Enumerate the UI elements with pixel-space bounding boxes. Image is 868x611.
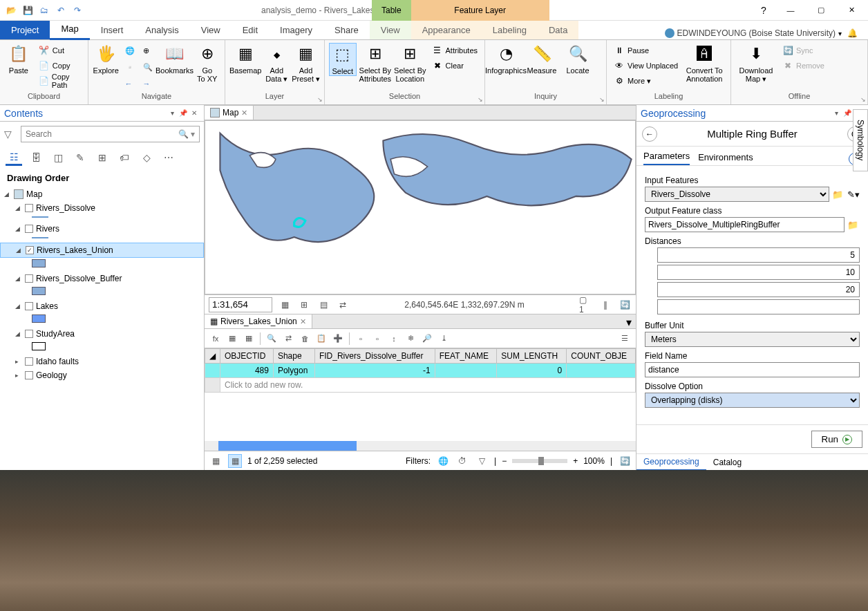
prev-extent-button[interactable]: ← xyxy=(122,76,138,91)
visibility-checkbox[interactable] xyxy=(25,204,33,212)
new-row[interactable]: Click to add new row. xyxy=(205,378,636,393)
distance-input[interactable] xyxy=(657,299,860,314)
expand-icon[interactable]: ◢ xyxy=(15,205,22,212)
basemap-button[interactable]: ▦Basemap xyxy=(229,43,261,75)
bookmarks-button[interactable]: 📖Bookmarks xyxy=(158,43,191,75)
tab-parameters[interactable]: Parameters xyxy=(643,151,690,165)
add-preset-button[interactable]: ▦Add Preset ▾ xyxy=(292,43,320,83)
locate-button[interactable]: 🔍Locate xyxy=(561,43,594,75)
distance-input[interactable] xyxy=(657,282,860,297)
show-all-icon[interactable]: ▦ xyxy=(209,454,223,468)
visibility-checkbox[interactable] xyxy=(25,225,33,233)
collapse-icon[interactable]: ◢ xyxy=(4,191,11,198)
toc-more-icon[interactable]: ⋯ xyxy=(160,149,177,166)
contents-pin-icon[interactable]: 📌 xyxy=(178,109,189,117)
toc-layer[interactable]: ◢ Lakes xyxy=(0,299,204,313)
gp-dropdown-icon[interactable]: ▾ xyxy=(831,109,842,117)
selection-chip-icon[interactable]: ▢ 1 xyxy=(579,298,593,312)
edit-input-icon[interactable]: ✎▾ xyxy=(847,189,860,200)
infographics-button[interactable]: ◔Infographics xyxy=(489,43,522,75)
sync-button[interactable]: 🔄Sync xyxy=(780,43,827,58)
dynamic-icon[interactable]: ▤ xyxy=(317,298,330,312)
column-header[interactable]: FEAT_NAME xyxy=(435,349,496,364)
clear-button[interactable]: ✖Clear xyxy=(429,58,480,73)
copy-path-button[interactable]: 📄Copy Path xyxy=(36,73,84,88)
tbl-show-icon[interactable]: ▫ xyxy=(370,332,384,346)
list-by-drawing-order-icon[interactable]: ☷ xyxy=(6,149,22,166)
expand-icon[interactable]: ◢ xyxy=(16,247,23,254)
tbl-add-icon[interactable]: ➕ xyxy=(331,332,345,346)
filter-query-icon[interactable]: ▽ xyxy=(475,454,489,468)
layer-launcher-icon[interactable]: ↘ xyxy=(317,96,323,103)
table-tab-close-icon[interactable]: ✕ xyxy=(300,317,306,326)
copy-button[interactable]: 📄Copy xyxy=(36,58,84,73)
tbl-zoom-icon[interactable]: 🔍 xyxy=(265,332,279,346)
select-by-attributes-button[interactable]: ⊞Select By Attributes xyxy=(359,43,391,83)
tbl-find-icon[interactable]: 🔎 xyxy=(420,332,434,346)
qat-save-icon[interactable]: 💾 xyxy=(21,3,35,17)
layer-symbol[interactable] xyxy=(32,259,46,267)
minimize-button[interactable]: — xyxy=(777,1,804,20)
paste-button[interactable]: 📋Paste xyxy=(4,43,33,75)
visibility-checkbox[interactable] xyxy=(25,357,33,366)
symbology-tab[interactable]: Symbology xyxy=(853,109,868,171)
tab-insert[interactable]: Insert xyxy=(90,21,135,39)
tab-appearance[interactable]: Appearance xyxy=(411,21,482,39)
snap-icon[interactable]: ▦ xyxy=(278,298,292,312)
tbl-copy-icon[interactable]: 📋 xyxy=(314,332,328,346)
column-header[interactable]: COUNT_OBJE xyxy=(567,349,636,364)
column-header[interactable]: OBJECTID xyxy=(220,349,274,364)
toc-layer[interactable]: ◢ Rivers_Dissolve xyxy=(0,201,204,215)
attributes-button[interactable]: ☰Attributes xyxy=(429,43,480,58)
column-header[interactable]: SUM_LENGTH xyxy=(497,349,567,364)
layer-symbol[interactable] xyxy=(32,342,46,350)
toc-map-frame[interactable]: ◢ Map xyxy=(0,187,204,201)
layer-symbol[interactable] xyxy=(32,237,48,238)
column-header[interactable]: Shape xyxy=(273,349,314,364)
expand-icon[interactable]: ▸ xyxy=(15,358,22,365)
search-icon[interactable]: 🔍 ▾ xyxy=(178,129,195,139)
table-tab[interactable]: ▦ Rivers_Lakes_Union ✕ xyxy=(205,314,312,328)
tbl-sort-icon[interactable]: ↕ xyxy=(387,332,401,346)
browse-output-icon[interactable]: 📁 xyxy=(847,220,860,230)
tab-labeling[interactable]: Labeling xyxy=(482,21,538,39)
toc-layer[interactable]: ◢ Rivers xyxy=(0,222,204,236)
back-button[interactable]: ← xyxy=(642,126,657,142)
download-map-button[interactable]: ⬇Download Map ▾ xyxy=(735,43,777,83)
maximize-button[interactable]: ▢ xyxy=(807,1,835,20)
filter-time-icon[interactable]: ⏱ xyxy=(455,454,469,468)
expand-icon[interactable]: ◢ xyxy=(15,330,22,337)
toc-layer[interactable]: ◢ ✓ Rivers_Lakes_Union xyxy=(0,243,204,258)
tbl-export-icon[interactable]: ⤓ xyxy=(437,332,451,346)
context-tab-table[interactable]: Table xyxy=(372,0,411,21)
toc-layer[interactable]: ▸ Idaho faults xyxy=(0,355,204,368)
tbl-menu-icon[interactable]: ☰ xyxy=(618,332,632,346)
tab-imagery[interactable]: Imagery xyxy=(269,21,323,39)
more-labeling-button[interactable]: ⚙More ▾ xyxy=(611,73,681,88)
list-by-labeling-icon[interactable]: 🏷 xyxy=(116,149,133,166)
table-menu-icon[interactable]: ▾ xyxy=(622,314,636,328)
list-by-datasource-icon[interactable]: 🗄 xyxy=(28,149,44,166)
field-name-input[interactable] xyxy=(645,362,860,377)
select-by-location-button[interactable]: ⊞Select By Location xyxy=(394,43,426,83)
tbl-field-calc-icon[interactable]: fx xyxy=(209,332,223,346)
show-selected-icon[interactable]: ▦ xyxy=(228,454,242,468)
visibility-checkbox[interactable]: ✓ xyxy=(26,246,34,254)
row-header-corner[interactable]: ◢ xyxy=(205,349,220,364)
zoom-out-icon[interactable]: − xyxy=(502,456,507,466)
fixed-zoom-in-button[interactable]: ⊕ xyxy=(140,43,155,58)
toc-layer[interactable]: ▸ Geology xyxy=(0,368,204,382)
notifications-icon[interactable]: 🔔 xyxy=(847,28,860,38)
tab-data[interactable]: Data xyxy=(538,21,578,39)
contents-dropdown-icon[interactable]: ▾ xyxy=(167,109,178,117)
measure-button[interactable]: 📏Measure xyxy=(525,43,558,75)
distance-input[interactable] xyxy=(657,265,860,280)
layer-symbol[interactable] xyxy=(32,287,46,295)
bottom-tab-geoprocessing[interactable]: Geoprocessing xyxy=(636,454,706,471)
tab-analysis[interactable]: Analysis xyxy=(134,21,189,39)
buffer-unit-field[interactable]: Meters xyxy=(645,332,860,347)
toc-layer[interactable]: ◢ StudyArea xyxy=(0,327,204,341)
table-hscrollbar[interactable] xyxy=(205,441,636,451)
visibility-checkbox[interactable] xyxy=(25,274,33,283)
tab-share[interactable]: Share xyxy=(323,21,370,39)
